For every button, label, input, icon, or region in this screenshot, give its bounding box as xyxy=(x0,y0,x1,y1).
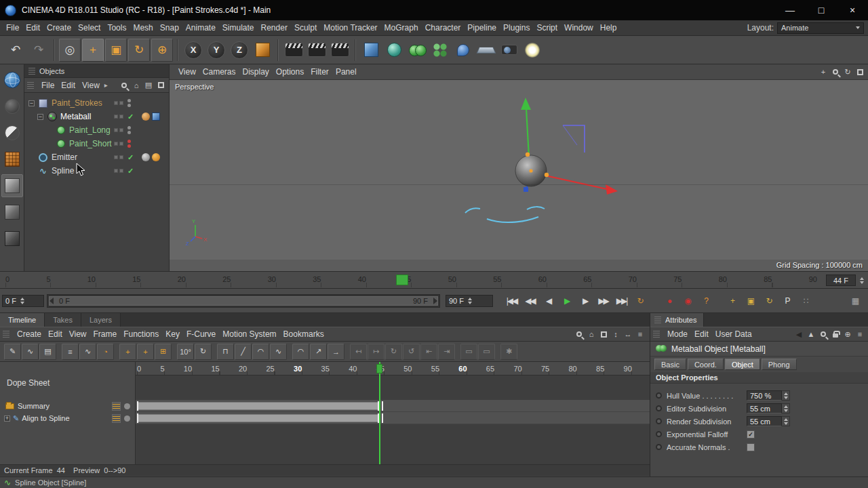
x-axis-handle[interactable] xyxy=(539,174,607,189)
objects-layout-icon[interactable] xyxy=(155,80,166,91)
step-down-icon[interactable] xyxy=(860,281,864,284)
visibility-dots[interactable] xyxy=(127,139,131,148)
timeline-menu-edit[interactable]: Edit xyxy=(45,327,66,341)
attr-add-icon[interactable]: ⊕ xyxy=(842,329,853,340)
light-icon[interactable] xyxy=(521,39,543,62)
workplane-mode-icon[interactable] xyxy=(1,121,23,144)
tl-options-icon[interactable]: ✱ xyxy=(500,344,517,360)
tl-snap-rotate-icon[interactable]: ↻ xyxy=(195,344,212,360)
polygons-mode-icon[interactable] xyxy=(1,227,23,250)
tl-interp-linear-icon[interactable]: ╱ xyxy=(235,344,252,360)
record-parameter-button[interactable]: P xyxy=(778,292,796,310)
tree-row-metaball[interactable]: −Metaball✓ xyxy=(24,110,169,123)
tree-row-paint-strokes[interactable]: −Paint_Strokes xyxy=(24,96,169,110)
timeline-menu-bookmarks[interactable]: Bookmarks xyxy=(280,327,328,341)
points-mode-icon[interactable] xyxy=(1,174,23,197)
metaball-icon[interactable] xyxy=(406,39,428,62)
render-picture-viewer-icon[interactable] xyxy=(306,39,328,62)
animation-dot-editor-subdivision[interactable] xyxy=(656,405,662,411)
keyframe-start[interactable] xyxy=(137,413,138,423)
gray-tag-icon[interactable] xyxy=(142,153,150,161)
timeline-menu-f-curve[interactable]: F-Curve xyxy=(183,327,219,341)
record-pla-button[interactable]: ∷ xyxy=(796,292,814,310)
tl-add-key-icon[interactable]: + xyxy=(119,344,136,360)
attributes-menu-edit[interactable]: Edit xyxy=(691,327,712,341)
tl-tangent-break-icon[interactable]: ↗ xyxy=(310,344,327,360)
expander-icon[interactable]: − xyxy=(28,100,35,106)
tree-row-paint-short[interactable]: Paint_Short xyxy=(24,137,169,150)
panel-grip-icon[interactable] xyxy=(654,317,661,323)
keyframe-selected[interactable] xyxy=(382,401,383,411)
range-grip-right[interactable] xyxy=(433,298,437,304)
animation-dot-hull-value[interactable] xyxy=(656,392,662,399)
phong-tag-icon[interactable] xyxy=(142,113,150,121)
x-axis-lock-icon[interactable]: X xyxy=(182,39,204,62)
camera-icon[interactable] xyxy=(498,39,520,62)
frame-stepper[interactable] xyxy=(858,274,865,286)
viewport-view-label[interactable]: Perspective xyxy=(175,83,214,91)
texture-tag-icon[interactable] xyxy=(152,113,160,121)
range-end-field[interactable]: 90 F xyxy=(446,295,493,307)
autokey-button[interactable]: ◉ xyxy=(678,292,696,310)
objects-panel-header[interactable]: Objects xyxy=(24,64,169,78)
keyframe-start[interactable] xyxy=(137,401,138,411)
dope-sheet-ruler[interactable]: 051015202530354045505560657075808590 xyxy=(136,362,650,375)
enabled-check-icon[interactable]: ✓ xyxy=(127,113,134,121)
playhead-line[interactable] xyxy=(379,362,380,464)
tl-interp-step-icon[interactable]: ⊓ xyxy=(217,344,234,360)
modeling-axis-icon[interactable]: ⊕ xyxy=(151,39,173,62)
coordinate-system-icon[interactable] xyxy=(252,39,273,62)
prev-key-button[interactable]: ◀◀ xyxy=(521,292,539,310)
redo-icon[interactable]: ↷ xyxy=(28,39,50,62)
visibility-dots[interactable] xyxy=(127,98,131,108)
expander-icon[interactable]: + xyxy=(4,415,10,422)
enabled-check-icon[interactable]: ✓ xyxy=(127,153,134,162)
tl-fcurve-icon[interactable]: ∿ xyxy=(22,344,39,360)
layer-toggle[interactable] xyxy=(119,169,123,173)
tree-row-spline[interactable]: ∿Spline✓ xyxy=(24,164,169,178)
tl-filter-icon[interactable]: ≡ xyxy=(62,344,79,360)
editor-visibility-dot[interactable] xyxy=(127,99,131,102)
track-menu-icon[interactable] xyxy=(112,402,121,411)
keyframe-presets-button[interactable]: ? xyxy=(696,292,715,310)
checkbox-accurate-normals[interactable] xyxy=(747,443,755,451)
attr-menu-icon[interactable]: ≡ xyxy=(854,329,865,340)
menu-item-tools[interactable]: Tools xyxy=(104,21,130,35)
menu-item-mograph[interactable]: MoGraph xyxy=(381,21,422,35)
layer-toggle[interactable] xyxy=(119,142,123,146)
menu-item-render[interactable]: Render xyxy=(258,21,291,35)
title-bar[interactable]: CINEMA 4D R18.011 Studio (RC - R18) - [P… xyxy=(0,0,868,20)
live-selection-icon[interactable]: ◎ xyxy=(59,39,81,62)
objects-search-icon[interactable] xyxy=(119,80,130,91)
panel-grip-icon[interactable] xyxy=(27,82,34,89)
viewport-menu-display[interactable]: Display xyxy=(239,65,272,79)
menu-item-edit[interactable]: Edit xyxy=(22,21,43,35)
dope-sheet-area[interactable]: Dope Sheet Summary+✎Align to Spline 0510… xyxy=(0,362,650,464)
rotate-tool-icon[interactable]: ↻ xyxy=(128,39,150,62)
track-strip-align-to-spline[interactable] xyxy=(136,412,650,424)
play-button[interactable]: ▶ xyxy=(557,292,576,310)
range-start-field[interactable]: 0 F xyxy=(2,295,44,307)
objects-menu-file[interactable]: File xyxy=(38,79,58,92)
render-visibility-dot[interactable] xyxy=(127,104,131,107)
goto-start-button[interactable]: |◀◀ xyxy=(502,292,521,310)
pan-view-icon[interactable]: + xyxy=(818,66,829,77)
step-up-icon[interactable] xyxy=(860,277,864,280)
goto-end-button[interactable]: ▶▶| xyxy=(612,292,631,310)
animation-dot-exponential-falloff[interactable] xyxy=(656,431,662,437)
keyframe-bar-summary[interactable] xyxy=(137,402,379,410)
tl-home-icon[interactable]: ⌂ xyxy=(586,329,597,340)
tl-wave-icon[interactable]: ∿ xyxy=(79,344,96,360)
menu-item-pipeline[interactable]: Pipeline xyxy=(464,21,500,35)
tl-snap-10deg-icon[interactable]: 10° xyxy=(177,344,194,360)
stepper-render-subdivision[interactable] xyxy=(782,416,790,426)
undo-icon[interactable]: ↶ xyxy=(5,39,26,62)
timeline-menu-view[interactable]: View xyxy=(66,327,90,341)
animation-dot-accurate-normals[interactable] xyxy=(656,444,662,450)
current-frame-field[interactable]: 44 F xyxy=(826,274,856,286)
maximize-view-icon[interactable] xyxy=(854,66,865,77)
record-rotation-button[interactable]: ↻ xyxy=(760,292,778,310)
layout-select[interactable]: Animate xyxy=(777,22,864,34)
add-cube-icon[interactable] xyxy=(360,39,382,62)
tl-frame-icon[interactable] xyxy=(598,329,609,340)
